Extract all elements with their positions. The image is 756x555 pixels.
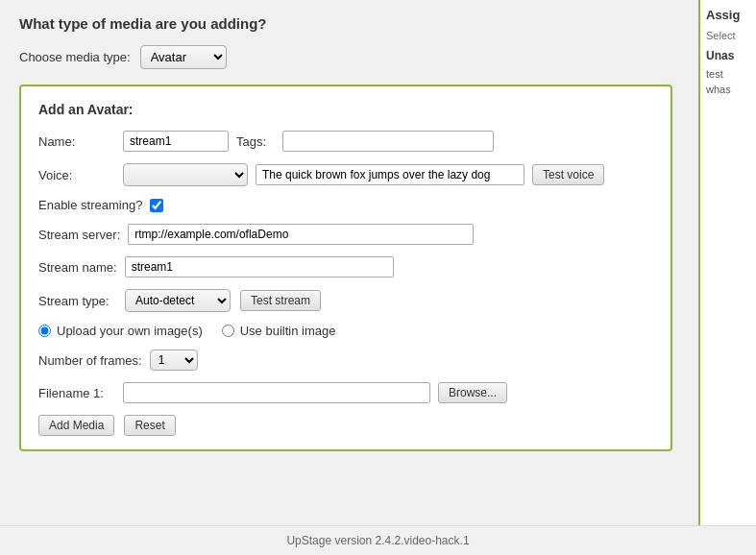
voice-row: Voice: Test voice [38, 163, 653, 186]
name-label: Name: [38, 134, 115, 149]
avatar-box: Add an Avatar: Name: Tags: Voice: Test v… [19, 84, 672, 451]
frames-select[interactable]: 1 2 3 4 5 [150, 350, 198, 371]
voice-test-input[interactable] [256, 164, 524, 185]
name-input[interactable] [123, 131, 229, 152]
streaming-label: Enable streaming? [38, 198, 142, 212]
tags-input[interactable] [282, 131, 494, 152]
footer-text: UpStage version 2.4.2.video-hack.1 [286, 534, 469, 547]
right-panel-title: Assig [706, 8, 750, 22]
add-media-button[interactable]: Add Media [38, 415, 114, 436]
name-row: Name: Tags: [38, 131, 653, 152]
voice-select[interactable] [123, 163, 248, 186]
stream-name-input[interactable] [125, 256, 394, 278]
filename-input[interactable] [123, 382, 430, 403]
media-type-label: Choose media type: [19, 50, 131, 64]
right-panel-item-2: whas [706, 84, 750, 95]
avatar-box-title: Add an Avatar: [38, 102, 653, 117]
frames-row: Number of frames: 1 2 3 4 5 [38, 350, 653, 371]
use-builtin-radio[interactable] [222, 325, 234, 337]
stream-server-input[interactable] [128, 224, 474, 245]
voice-label: Voice: [38, 168, 115, 182]
filename-label: Filename 1: [38, 386, 115, 400]
right-panel-item-1: test [706, 68, 750, 80]
filename-row: Filename 1: Browse... [38, 382, 653, 403]
streaming-checkbox[interactable] [150, 199, 163, 212]
reset-button[interactable]: Reset [124, 415, 175, 436]
upload-own-option[interactable]: Upload your own image(s) [38, 324, 203, 338]
test-stream-button[interactable]: Test stream [240, 290, 321, 311]
upload-own-label: Upload your own image(s) [57, 324, 203, 338]
stream-name-row: Stream name: [38, 256, 653, 278]
use-builtin-option[interactable]: Use builtin image [222, 324, 336, 338]
action-buttons: Add Media Reset [38, 415, 653, 436]
streaming-row: Enable streaming? [38, 198, 653, 212]
use-builtin-label: Use builtin image [240, 324, 336, 338]
stream-server-row: Stream server: [38, 224, 653, 245]
stream-server-label: Stream server: [38, 228, 120, 242]
test-voice-button[interactable]: Test voice [532, 164, 604, 185]
upload-own-radio[interactable] [38, 325, 51, 337]
browse-button[interactable]: Browse... [438, 382, 507, 403]
stream-type-label: Stream type: [38, 294, 115, 308]
stream-type-select[interactable]: Auto-detect RTMP HTTP [125, 289, 231, 312]
stream-name-label: Stream name: [38, 260, 117, 275]
frames-label: Number of frames: [38, 353, 142, 368]
page-title: What type of media are you adding? [19, 15, 679, 32]
right-panel-subtitle: Select [706, 30, 750, 41]
stream-type-row: Stream type: Auto-detect RTMP HTTP Test … [38, 289, 653, 312]
footer: UpStage version 2.4.2.video-hack.1 [0, 525, 756, 555]
media-type-select[interactable]: Avatar Backdrop Audio Video [140, 45, 227, 69]
right-panel: Assig Select Unas test whas [698, 0, 756, 525]
tags-label: Tags: [236, 134, 275, 149]
right-panel-section: Unas [706, 49, 750, 62]
image-type-row: Upload your own image(s) Use builtin ima… [38, 324, 653, 338]
